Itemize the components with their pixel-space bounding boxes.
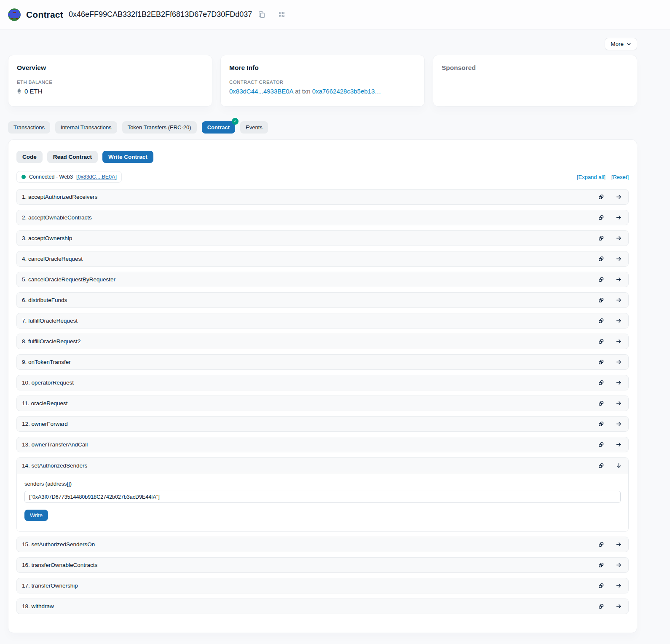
sponsored-title: Sponsored	[442, 64, 628, 72]
function-name: 6. distributeFunds	[22, 297, 67, 303]
permalink-icon[interactable]	[598, 256, 604, 262]
connection-row: Connected - Web3 [0x83dC....BE0A] [Expan…	[16, 171, 629, 183]
function-name: 15. setAuthorizedSendersOn	[22, 541, 95, 548]
permalink-icon[interactable]	[598, 541, 604, 548]
expand-arrow-icon[interactable]	[616, 583, 622, 589]
permalink-icon[interactable]	[598, 359, 604, 365]
contract-creator-label: CONTRACT CREATOR	[229, 80, 416, 85]
chevron-down-icon	[627, 42, 631, 46]
permalink-icon[interactable]	[598, 194, 604, 200]
subtab-read-contract[interactable]: Read Contract	[47, 151, 98, 163]
permalink-icon[interactable]	[598, 318, 604, 324]
expand-arrow-icon[interactable]	[616, 400, 622, 406]
function-name: 17. transferOwnership	[22, 583, 78, 589]
expand-arrow-icon[interactable]	[616, 256, 622, 262]
permalink-icon[interactable]	[598, 338, 604, 345]
eth-balance-value: 0 ETH	[24, 88, 43, 95]
permalink-icon[interactable]	[598, 583, 604, 589]
function-row-acceptAuthorizedReceivers[interactable]: 1. acceptAuthorizedReceivers	[16, 189, 629, 205]
expand-arrow-icon[interactable]	[616, 276, 622, 283]
summary-cards: Overview ETH BALANCE 0 ETH More Info CON…	[8, 55, 637, 107]
function-row-oracleRequest[interactable]: 11. oracleRequest	[16, 395, 629, 411]
creation-txn-link[interactable]: 0xa7662428c3b5eb13…	[312, 88, 381, 95]
expand-all-link[interactable]: [Expand all]	[577, 174, 606, 180]
function-row-ownerTransferAndCall[interactable]: 13. ownerTransferAndCall	[16, 437, 629, 452]
permalink-icon[interactable]	[598, 562, 604, 568]
expand-arrow-icon[interactable]	[616, 603, 622, 609]
permalink-icon[interactable]	[598, 462, 604, 469]
more-button-label: More	[611, 41, 624, 47]
permalink-icon[interactable]	[598, 379, 604, 386]
sponsored-card: Sponsored	[433, 55, 637, 107]
overview-card: Overview ETH BALANCE 0 ETH	[8, 55, 212, 107]
function-row-acceptOwnableContracts[interactable]: 2. acceptOwnableContracts	[16, 210, 629, 225]
function-row-acceptOwnership[interactable]: 3. acceptOwnership	[16, 230, 629, 246]
expand-arrow-icon[interactable]	[616, 297, 622, 303]
page-content: More Overview ETH BALANCE 0 ETH More Inf…	[8, 38, 637, 633]
tab-events[interactable]: Events	[240, 121, 268, 134]
tab-contract[interactable]: Contract ✓	[202, 121, 235, 134]
expand-arrow-icon[interactable]	[616, 194, 622, 200]
reset-link[interactable]: [Reset]	[611, 174, 629, 180]
collapse-arrow-icon[interactable]	[616, 462, 622, 469]
function-row-ownerForward[interactable]: 12. ownerForward	[16, 416, 629, 432]
expand-arrow-icon[interactable]	[616, 338, 622, 345]
expand-arrow-icon[interactable]	[616, 214, 622, 221]
expand-arrow-icon[interactable]	[616, 318, 622, 324]
function-name: 1. acceptAuthorizedReceivers	[22, 194, 97, 200]
function-row-withdraw[interactable]: 18. withdraw	[16, 599, 629, 614]
tab-internal-transactions[interactable]: Internal Transactions	[55, 121, 117, 134]
function-row-cancelOracleRequestByRequester[interactable]: 5. cancelOracleRequestByRequester	[16, 272, 629, 287]
more-info-title: More Info	[229, 64, 416, 72]
contract-avatar	[8, 8, 21, 21]
function-body: senders (address[]) Write	[17, 473, 628, 531]
expand-arrow-icon[interactable]	[616, 359, 622, 365]
connected-dot-icon	[21, 175, 26, 179]
contract-subtabs: Code Read Contract Write Contract	[16, 151, 629, 163]
permalink-icon[interactable]	[598, 421, 604, 427]
function-row-cancelOracleRequest[interactable]: 4. cancelOracleRequest	[16, 251, 629, 267]
senders-input[interactable]	[24, 491, 621, 503]
function-row-setAuthorizedSendersOn[interactable]: 15. setAuthorizedSendersOn	[16, 537, 629, 552]
function-name: 12. ownerForward	[22, 421, 68, 427]
connected-wallet-link[interactable]: [0x83dC....BE0A]	[76, 174, 117, 180]
function-row-transferOwnership[interactable]: 17. transferOwnership	[16, 578, 629, 593]
function-list: 1. acceptAuthorizedReceivers 2. acceptOw…	[16, 189, 629, 614]
permalink-icon[interactable]	[598, 441, 604, 448]
eth-balance-label: ETH BALANCE	[17, 80, 204, 85]
permalink-icon[interactable]	[598, 603, 604, 609]
expand-arrow-icon[interactable]	[616, 541, 622, 548]
subtab-code[interactable]: Code	[16, 151, 43, 163]
tab-token-transfers[interactable]: Token Transfers (ERC-20)	[122, 121, 197, 134]
function-row-fulfillOracleRequest[interactable]: 7. fulfillOracleRequest	[16, 313, 629, 329]
function-name: 7. fulfillOracleRequest	[22, 318, 78, 324]
function-row-fulfillOracleRequest2[interactable]: 8. fulfillOracleRequest2	[16, 334, 629, 349]
function-row-operatorRequest[interactable]: 10. operatorRequest	[16, 375, 629, 390]
function-name: 13. ownerTransferAndCall	[22, 441, 88, 448]
permalink-icon[interactable]	[598, 400, 604, 406]
permalink-icon[interactable]	[598, 235, 604, 241]
page-header: Contract 0x46eFF99CAB332f1B2EB2Ff6813D67…	[0, 0, 670, 29]
qr-code-icon[interactable]	[277, 11, 286, 19]
subtab-write-contract[interactable]: Write Contract	[102, 151, 153, 163]
function-row-transferOwnableContracts[interactable]: 16. transferOwnableContracts	[16, 557, 629, 573]
expand-arrow-icon[interactable]	[616, 562, 622, 568]
function-row-onTokenTransfer[interactable]: 9. onTokenTransfer	[16, 354, 629, 370]
expand-arrow-icon[interactable]	[616, 441, 622, 448]
permalink-icon[interactable]	[598, 276, 604, 283]
connection-status[interactable]: Connected - Web3 [0x83dC....BE0A]	[16, 171, 122, 183]
permalink-icon[interactable]	[598, 214, 604, 221]
function-row-setAuthorizedSenders[interactable]: 14. setAuthorizedSenders	[17, 458, 628, 473]
permalink-icon[interactable]	[598, 297, 604, 303]
creator-address-link[interactable]: 0x83dC44...4933BE0A	[229, 88, 293, 95]
more-info-card: More Info CONTRACT CREATOR 0x83dC44...49…	[220, 55, 425, 107]
more-button[interactable]: More	[605, 38, 637, 50]
expand-arrow-icon[interactable]	[616, 235, 622, 241]
expand-arrow-icon[interactable]	[616, 421, 622, 427]
copy-icon[interactable]	[257, 11, 266, 19]
function-row-distributeFunds[interactable]: 6. distributeFunds	[16, 292, 629, 308]
expand-arrow-icon[interactable]	[616, 379, 622, 386]
write-button[interactable]: Write	[24, 510, 48, 521]
overview-title: Overview	[17, 64, 204, 72]
tab-transactions[interactable]: Transactions	[8, 121, 50, 134]
